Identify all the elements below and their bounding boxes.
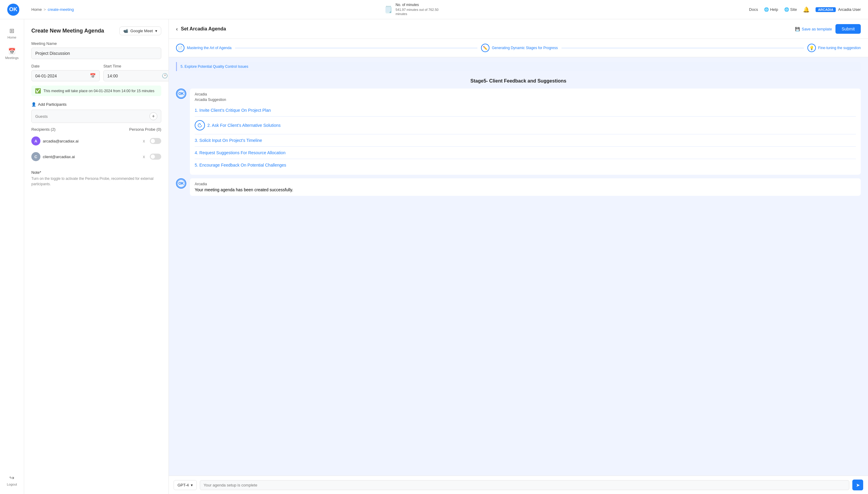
- user-brand-logo: ARCADIA: [816, 7, 836, 12]
- agenda-item-3[interactable]: 3. Solicit Input On Project's Timeline: [195, 134, 856, 147]
- step-3-circle: 💡: [808, 44, 816, 52]
- recipient-1-toggle[interactable]: [150, 138, 161, 144]
- meeting-name-input[interactable]: [31, 48, 161, 59]
- save-template-icon: 💾: [795, 27, 800, 31]
- sidebar-home-label: Home: [7, 36, 16, 39]
- step-3: 💡 Fine-tuning the suggestion: [808, 44, 861, 52]
- save-template-button[interactable]: 💾 Save as template: [795, 27, 832, 31]
- recipient-1-avatar: A: [31, 136, 40, 146]
- step-1: 📄 Mastering the Art of Agenda: [176, 44, 232, 52]
- note-title: Note*: [31, 170, 161, 175]
- meeting-name-label: Meeting Name: [31, 41, 161, 46]
- breadcrumb-separator: >: [44, 7, 46, 12]
- logo-text: OK: [10, 6, 17, 13]
- panel-header: Create New Meeting Agenda 📹 Google Meet …: [31, 26, 161, 35]
- meet-selector[interactable]: 📹 Google Meet ▾: [119, 26, 161, 35]
- explore-badge: 5. Explore Potential Quality Control Iss…: [176, 62, 861, 71]
- calendar-icon: 📅: [90, 73, 96, 79]
- agent-message-1: OK Arcadia Arcadia Suggestion 1. Invite …: [176, 89, 861, 175]
- toggle-1-thumb: [151, 139, 155, 143]
- refresh-icon-circle[interactable]: [195, 120, 205, 130]
- date-group: Date 📅: [31, 64, 100, 81]
- agent-avatar-1: OK: [176, 89, 186, 99]
- start-time-input[interactable]: [107, 74, 160, 78]
- agent-label-success: Arcadia: [195, 182, 856, 186]
- step-2-label: Generating Dynamic Stages for Progress: [492, 46, 558, 50]
- agenda-list: 1. Invite Client's Critique On Project P…: [195, 104, 856, 171]
- step-1-label: Mastering the Art of Agenda: [187, 46, 232, 50]
- persona-probe-label: Persona Probe (0): [129, 127, 161, 132]
- guests-input-wrap: +: [31, 110, 161, 123]
- model-selector[interactable]: GPT-4 ▾: [173, 480, 197, 490]
- agent-bubble-1: Arcadia Arcadia Suggestion 1. Invite Cli…: [190, 89, 861, 175]
- sidebar-item-home[interactable]: ⊞ Home: [1, 24, 23, 42]
- agent-label-1: Arcadia: [195, 92, 856, 96]
- right-panel-header: ‹ Set Arcadia Agenda 💾 Save as template …: [169, 19, 868, 39]
- breadcrumb: Home > create-meeting: [31, 7, 74, 12]
- send-button[interactable]: ➤: [852, 479, 863, 490]
- minutes-icon: 🗒️: [384, 6, 392, 14]
- meet-selector-label: Google Meet: [130, 28, 153, 33]
- docs-link[interactable]: Docs: [749, 7, 758, 12]
- meet-icon: 📹: [123, 28, 128, 33]
- recipients-label: Recipients (2): [31, 127, 55, 132]
- participants-icon: 👤: [31, 102, 36, 107]
- recipient-2-remove[interactable]: x: [143, 154, 145, 159]
- agent-bubble-success: Arcadia Your meeting agenda has been cre…: [190, 178, 861, 196]
- minutes-widget: 🗒️ No. of minutes 541.97 minutes out of …: [384, 3, 439, 16]
- step-3-label: Fine-tuning the suggestion: [818, 46, 861, 50]
- datetime-row: Date 📅 Start Time 🕐 End Time 🕐: [31, 64, 161, 81]
- back-button[interactable]: ‹: [176, 26, 178, 32]
- svg-text:OK: OK: [179, 181, 184, 186]
- sidebar-item-logout[interactable]: ↪ Logout: [1, 471, 23, 489]
- add-participants-label: Add Participants: [38, 102, 67, 107]
- chat-input-wrap: [200, 480, 849, 490]
- right-panel-title: Set Arcadia Agenda: [181, 26, 226, 32]
- submit-button[interactable]: Submit: [835, 24, 861, 34]
- breadcrumb-current[interactable]: create-meeting: [48, 7, 74, 12]
- success-message: Your meeting agenda has been created suc…: [195, 187, 856, 192]
- explore-item-text: 5. Explore Potential Quality Control Iss…: [181, 64, 248, 69]
- recipient-2-email: client@arcadiax.ai: [43, 154, 141, 159]
- sidebar-item-meetings[interactable]: 📅 Meetings: [1, 44, 23, 63]
- breadcrumb-home[interactable]: Home: [31, 7, 42, 12]
- chat-input[interactable]: [204, 483, 845, 487]
- add-participants-section: 👤 Add Participants: [31, 102, 161, 107]
- date-input[interactable]: [35, 74, 88, 78]
- recipient-2: C client@arcadiax.ai x: [31, 150, 161, 163]
- sidebar: ⊞ Home 📅 Meetings ↪ Logout: [0, 19, 24, 494]
- panel-title: Create New Meeting Agenda: [31, 28, 104, 34]
- chat-area: 5. Explore Potential Quality Control Iss…: [169, 57, 868, 476]
- agenda-item-1[interactable]: 1. Invite Client's Critique On Project P…: [195, 104, 856, 117]
- add-guest-button[interactable]: +: [149, 112, 157, 120]
- agent-sublabel: Arcadia Suggestion: [195, 98, 856, 102]
- user-info: ARCADIA Arcadia User: [816, 7, 861, 12]
- agent-avatar-success: OK: [176, 178, 186, 189]
- agenda-item-5[interactable]: 5. Encourage Feedback On Potential Chall…: [195, 159, 856, 171]
- site-link[interactable]: 🌐 Site: [784, 7, 797, 12]
- user-name: Arcadia User: [838, 7, 861, 12]
- guests-input[interactable]: [35, 114, 149, 119]
- minutes-title: No. of minutes: [395, 3, 439, 7]
- help-link[interactable]: 🌐 Help: [764, 7, 778, 12]
- meetings-icon: 📅: [8, 48, 16, 55]
- step-connector-2: [561, 48, 804, 48]
- app-logo[interactable]: OK: [7, 4, 19, 16]
- stage5-header: Stage5- Client Feedback and Suggestions: [176, 78, 861, 84]
- notifications-bell[interactable]: 🔔: [803, 6, 810, 13]
- start-time-group: Start Time 🕐: [104, 64, 169, 81]
- minutes-info: No. of minutes 541.97 minutes out of 762…: [395, 3, 439, 16]
- recipient-2-toggle[interactable]: [150, 154, 161, 160]
- agenda-item-2: 2. Ask For Client's Alternative Solution…: [195, 117, 856, 134]
- home-icon: ⊞: [10, 27, 15, 34]
- top-navigation: OK Home > create-meeting 🗒️ No. of minut…: [0, 0, 868, 19]
- agenda-item-4[interactable]: 4. Request Suggestions For Resource Allo…: [195, 147, 856, 159]
- recipient-1-remove[interactable]: x: [143, 138, 145, 144]
- meeting-notice: ✅ This meeting will take place on 04-01-…: [31, 86, 161, 96]
- arcadia-avatar-success-icon: OK: [177, 179, 185, 188]
- meeting-name-group: Meeting Name: [31, 41, 161, 59]
- step-connector-1: [235, 48, 477, 48]
- notice-text: This meeting will take place on 04-01-20…: [43, 89, 154, 93]
- date-label: Date: [31, 64, 100, 69]
- agent-message-success: OK Arcadia Your meeting agenda has been …: [176, 178, 861, 196]
